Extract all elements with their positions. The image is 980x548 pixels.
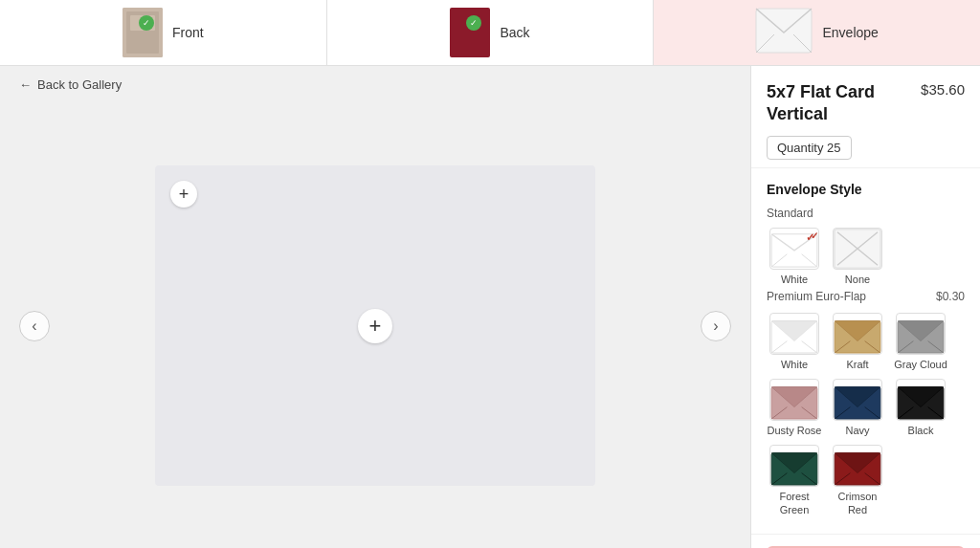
premium-kraft-option[interactable]: Kraft <box>830 313 885 371</box>
premium-white-swatch <box>769 313 819 355</box>
premium-kraft-swatch <box>833 313 882 355</box>
premium-section-header: Premium Euro-Flap $0.30 <box>767 290 965 303</box>
back-link-label: Back to Gallery <box>37 77 122 92</box>
premium-crimson-swatch <box>833 445 882 487</box>
premium-black-swatch <box>896 379 946 421</box>
premium-navy-label: Navy <box>845 425 869 437</box>
envelope-thumbnail <box>755 8 813 54</box>
sidebar: 5x7 Flat Card Vertical $35.60 Quantity 2… <box>750 66 980 548</box>
standard-subsection-title: Standard <box>767 207 965 220</box>
tab-envelope-label: Envelope <box>822 25 878 40</box>
tab-back[interactable]: ✓ Back <box>327 0 655 65</box>
tab-front-label: Front <box>172 25 204 40</box>
canvas-wrapper: ‹ + + › <box>0 103 750 548</box>
canvas-area: ← Back to Gallery ‹ + + › <box>0 66 750 548</box>
premium-forest-label: Forest Green <box>767 491 822 515</box>
product-price: $35.60 <box>921 81 965 98</box>
premium-white-option[interactable]: White <box>767 313 822 371</box>
premium-dusty-option[interactable]: Dusty Rose <box>767 379 822 437</box>
tab-front[interactable]: ✓ Front <box>0 0 327 65</box>
premium-white-label: White <box>781 359 808 371</box>
premium-forest-option[interactable]: Forest Green <box>767 445 822 515</box>
product-title: 5x7 Flat Card Vertical <box>767 81 921 126</box>
standard-none-swatch <box>833 228 882 270</box>
back-arrow-icon: ← <box>19 77 32 92</box>
main-layout: ← Back to Gallery ‹ + + › 5x7 Flat Card … <box>0 66 980 548</box>
premium-dusty-label: Dusty Rose <box>768 425 822 437</box>
premium-dusty-swatch <box>769 379 819 421</box>
tab-bar: ✓ Front ✓ Back Envelope <box>0 0 980 66</box>
envelope-style-title: Envelope Style <box>767 182 965 197</box>
next-button[interactable]: › <box>701 311 731 341</box>
back-to-gallery-link[interactable]: ← Back to Gallery <box>0 66 750 103</box>
premium-subsection-title: Premium Euro-Flap <box>767 290 866 303</box>
tab-back-label: Back <box>500 25 529 40</box>
prev-button[interactable]: ‹ <box>19 311 50 341</box>
premium-crimson-option[interactable]: Crimson Red <box>830 445 885 515</box>
product-header-row: 5x7 Flat Card Vertical $35.60 <box>767 81 965 126</box>
premium-color-grid: White Kraft <box>767 313 965 516</box>
front-check: ✓ <box>139 15 154 31</box>
standard-white-swatch: ✓ <box>769 228 819 270</box>
standard-color-grid: ✓ White None <box>767 228 965 286</box>
premium-black-label: Black <box>908 425 934 437</box>
standard-none-label: None <box>845 274 870 286</box>
product-header: 5x7 Flat Card Vertical $35.60 Quantity 2… <box>751 66 980 168</box>
canvas-card: + + <box>155 165 595 486</box>
tab-envelope[interactable]: Envelope <box>654 0 980 65</box>
standard-white-label: White <box>781 274 808 286</box>
premium-price: $0.30 <box>936 290 965 303</box>
premium-black-option[interactable]: Black <box>893 379 948 437</box>
premium-kraft-label: Kraft <box>846 359 868 371</box>
canvas-add-center[interactable]: + <box>358 309 392 343</box>
standard-none-option[interactable]: None <box>830 228 885 286</box>
svg-text:✓: ✓ <box>811 230 818 241</box>
premium-crimson-label: Crimson Red <box>830 491 885 515</box>
premium-forest-swatch <box>769 445 819 487</box>
standard-white-option[interactable]: ✓ White <box>767 228 822 286</box>
premium-gray-label: Gray Cloud <box>894 359 947 371</box>
quantity-badge[interactable]: Quantity 25 <box>767 136 852 160</box>
envelope-style-section: Envelope Style Standard ✓ Whi <box>751 168 980 535</box>
premium-gray-option[interactable]: Gray Cloud <box>893 313 948 371</box>
premium-navy-swatch <box>833 379 882 421</box>
premium-gray-swatch <box>896 313 946 355</box>
canvas-add-top-left[interactable]: + <box>170 181 197 208</box>
premium-navy-option[interactable]: Navy <box>830 379 885 437</box>
